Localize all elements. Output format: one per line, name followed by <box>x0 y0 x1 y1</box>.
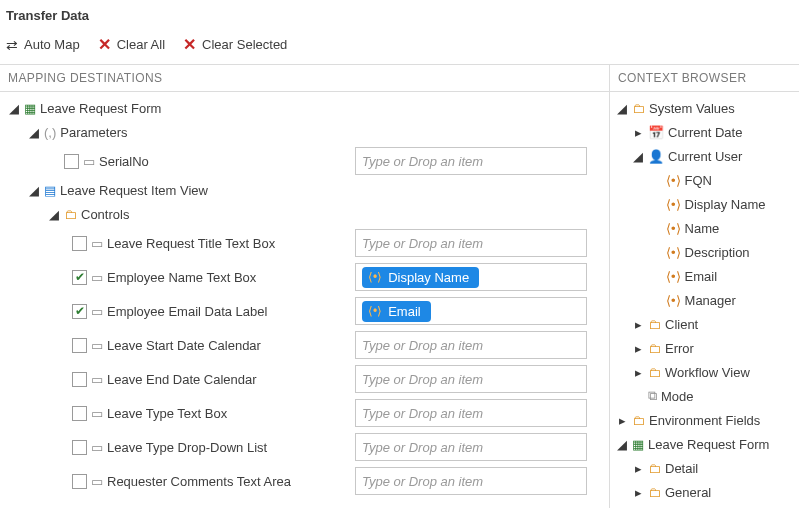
expand-icon[interactable]: ▸ <box>616 413 628 428</box>
tree-node-controls[interactable]: ◢ 🗀 Controls <box>4 202 605 226</box>
context-heading: CONTEXT BROWSER <box>610 65 799 92</box>
drop-target[interactable]: ⟨•⟩ Display Name <box>355 263 587 291</box>
field-label: Leave Type Text Box <box>107 406 227 421</box>
ctx-mode[interactable]: ⧉ Mode <box>614 384 795 408</box>
field-label: SerialNo <box>99 154 149 169</box>
clear-selected-button[interactable]: ✕ Clear Selected <box>183 35 287 54</box>
clear-all-button[interactable]: ✕ Clear All <box>98 35 165 54</box>
collapse-icon[interactable]: ◢ <box>632 149 644 164</box>
tree-node-form[interactable]: ◢ ▦ Leave Request Form <box>4 96 605 120</box>
checkbox[interactable] <box>72 372 87 387</box>
calendar-icon: 📅 <box>648 125 664 140</box>
ctx-environment-fields[interactable]: ▸ 🗀 Environment Fields <box>614 408 795 432</box>
ctx-workflow-view[interactable]: ▸ 🗀 Workflow View <box>614 360 795 384</box>
field-label: Leave End Date Calendar <box>107 372 257 387</box>
ctx-system-values[interactable]: ◢ 🗀 System Values <box>614 96 795 120</box>
field-label: Employee Email Data Label <box>107 304 267 319</box>
checkbox[interactable]: ✔ <box>72 304 87 319</box>
map-row-type-dd: ▭ Leave Type Drop-Down List Type or Drop… <box>4 430 605 464</box>
drop-target[interactable]: Type or Drop an item <box>355 331 587 359</box>
drop-target[interactable]: Type or Drop an item <box>355 365 587 393</box>
checkbox[interactable] <box>72 474 87 489</box>
checkbox[interactable] <box>72 406 87 421</box>
field-label: Leave Start Date Calendar <box>107 338 261 353</box>
node-label: Manager <box>685 293 736 308</box>
drop-target[interactable]: Type or Drop an item <box>355 467 587 495</box>
expand-icon[interactable]: ▸ <box>632 461 644 476</box>
expand-icon[interactable]: ▸ <box>632 317 644 332</box>
dropdown-icon: ▭ <box>91 440 103 455</box>
dialog-title: Transfer Data <box>0 0 799 27</box>
textbox-icon: ▭ <box>91 270 103 285</box>
drop-target[interactable]: Type or Drop an item <box>355 433 587 461</box>
tree-node-parameters[interactable]: ◢ (,) Parameters <box>4 120 605 144</box>
chip-label: Display Name <box>388 270 469 285</box>
calendar-icon: ▭ <box>91 372 103 387</box>
token-icon: ⟨•⟩ <box>368 270 382 284</box>
map-row-title-tb: ▭ Leave Request Title Text Box Type or D… <box>4 226 605 260</box>
checkbox[interactable] <box>72 338 87 353</box>
drop-target[interactable]: ⟨•⟩ Email <box>355 297 587 325</box>
ctx-email[interactable]: ⟨•⟩ Email <box>614 264 795 288</box>
node-label: Current User <box>668 149 742 164</box>
expand-icon[interactable]: ▸ <box>632 341 644 356</box>
automap-label: Auto Map <box>24 37 80 52</box>
map-row-start-cal: ▭ Leave Start Date Calendar Type or Drop… <box>4 328 605 362</box>
drop-target[interactable]: Type or Drop an item <box>355 147 587 175</box>
ctx-name[interactable]: ⟨•⟩ Name <box>614 216 795 240</box>
map-row-end-cal: ▭ Leave End Date Calendar Type or Drop a… <box>4 362 605 396</box>
controls-label: Controls <box>81 207 129 222</box>
field-label: Leave Request Title Text Box <box>107 236 275 251</box>
folder-icon: 🗀 <box>632 413 645 428</box>
parameters-label: Parameters <box>60 125 127 140</box>
folder-icon: 🗀 <box>648 341 661 356</box>
checkbox[interactable] <box>72 236 87 251</box>
ctx-client[interactable]: ▸ 🗀 Client <box>614 312 795 336</box>
ctx-error[interactable]: ▸ 🗀 Error <box>614 336 795 360</box>
checkbox[interactable] <box>72 440 87 455</box>
folder-icon: 🗀 <box>632 101 645 116</box>
form-icon: ▦ <box>24 101 36 116</box>
ctx-general[interactable]: ▸ 🗀 General <box>614 480 795 504</box>
checkbox[interactable]: ✔ <box>72 270 87 285</box>
field-label: Employee Name Text Box <box>107 270 256 285</box>
automap-button[interactable]: ⇄ Auto Map <box>6 37 80 53</box>
chip-label: Email <box>388 304 421 319</box>
node-label: General <box>665 485 711 500</box>
collapse-icon[interactable]: ◢ <box>48 207 60 222</box>
ctx-fqn[interactable]: ⟨•⟩ FQN <box>614 168 795 192</box>
node-label: Mode <box>661 389 694 404</box>
clear-all-label: Clear All <box>117 37 165 52</box>
ctx-display-name[interactable]: ⟨•⟩ Display Name <box>614 192 795 216</box>
ctx-current-user[interactable]: ◢ 👤 Current User <box>614 144 795 168</box>
expand-icon[interactable]: ▸ <box>632 365 644 380</box>
node-label: Description <box>685 245 750 260</box>
map-row-type-tb: ▭ Leave Type Text Box Type or Drop an it… <box>4 396 605 430</box>
mapped-chip-email[interactable]: ⟨•⟩ Email <box>362 301 431 322</box>
ctx-current-date[interactable]: ▸ 📅 Current Date <box>614 120 795 144</box>
folder-icon: 🗀 <box>64 207 77 222</box>
expand-icon[interactable]: ▸ <box>632 125 644 140</box>
collapse-icon[interactable]: ◢ <box>616 437 628 452</box>
tree-node-view[interactable]: ◢ ▤ Leave Request Item View <box>4 178 605 202</box>
ctx-manager[interactable]: ⟨•⟩ Manager <box>614 288 795 312</box>
ctx-leave-request-form[interactable]: ◢ ▦ Leave Request Form <box>614 432 795 456</box>
datalabel-icon: ▭ <box>91 304 103 319</box>
collapse-icon[interactable]: ◢ <box>616 101 628 116</box>
token-icon: ⟨•⟩ <box>666 293 681 308</box>
ctx-detail[interactable]: ▸ 🗀 Detail <box>614 456 795 480</box>
token-icon: ⟨•⟩ <box>666 221 681 236</box>
map-row-req-comments: ▭ Requester Comments Text Area Type or D… <box>4 464 605 498</box>
ctx-description[interactable]: ⟨•⟩ Description <box>614 240 795 264</box>
node-label: System Values <box>649 101 735 116</box>
collapse-icon[interactable]: ◢ <box>8 101 20 116</box>
checkbox[interactable] <box>64 154 79 169</box>
collapse-icon[interactable]: ◢ <box>28 183 40 198</box>
expand-icon[interactable]: ▸ <box>632 485 644 500</box>
calendar-icon: ▭ <box>91 338 103 353</box>
collapse-icon[interactable]: ◢ <box>28 125 40 140</box>
mapped-chip-display-name[interactable]: ⟨•⟩ Display Name <box>362 267 479 288</box>
node-label: Display Name <box>685 197 766 212</box>
drop-target[interactable]: Type or Drop an item <box>355 229 587 257</box>
drop-target[interactable]: Type or Drop an item <box>355 399 587 427</box>
